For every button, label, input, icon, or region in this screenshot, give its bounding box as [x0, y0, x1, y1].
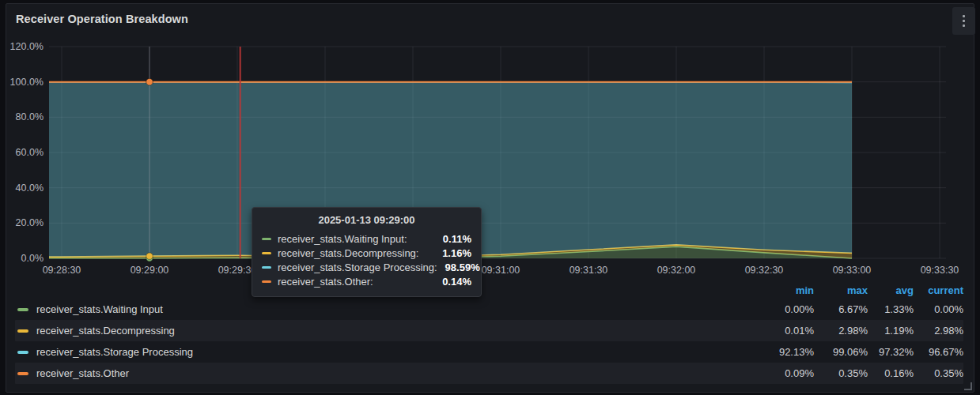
legend-stat-value: 1.19% [868, 325, 914, 337]
tooltip-row: receiver_stats.Other:0.14% [262, 274, 471, 288]
tooltip-row: receiver_stats.Waiting Input:0.11% [262, 231, 471, 246]
hover-point-other [146, 78, 153, 85]
legend-stat-value: 0.16% [868, 367, 914, 379]
x-axis-tick-label: 09:29:00 [131, 265, 169, 276]
legend-series-name: receiver_stats.Other [36, 367, 129, 379]
x-axis-tick-label: 09:32:30 [745, 265, 784, 276]
tooltip-series-value: 1.16% [442, 247, 471, 259]
x-axis-tick-label: 09:32:00 [657, 265, 696, 276]
hover-point-decompressing [146, 253, 153, 259]
legend-series-name: receiver_stats.Decompressing [36, 325, 175, 337]
legend-stat-value: 0.00% [914, 303, 963, 315]
y-axis-tick-label: 20.0% [16, 217, 44, 228]
legend-stat-value: 6.67% [814, 303, 868, 315]
legend-series-name: receiver_stats.Storage Processing [36, 346, 193, 358]
tooltip-series-label: receiver_stats.Decompressing: [278, 247, 434, 259]
legend-stat-value: 0.09% [759, 367, 814, 379]
legend-table: minmaxavgcurrent receiver_stats.Waiting … [15, 282, 963, 384]
grafana-panel-stage: Receiver Operation Breakdown 0.0%20.0%40… [0, 0, 980, 395]
legend-series-toggle[interactable]: receiver_stats.Storage Processing [15, 346, 759, 358]
tooltip-series-label: receiver_stats.Waiting Input: [278, 233, 435, 245]
legend-header-cells: minmaxavgcurrent [759, 284, 963, 296]
legend-stat-value: 0.00% [759, 303, 814, 315]
legend-row: receiver_stats.Waiting Input0.00%6.67%1.… [15, 299, 963, 320]
legend-sort-header-max[interactable]: max [814, 284, 868, 296]
tooltip-series-label: receiver_stats.Other: [278, 276, 434, 288]
legend-row: receiver_stats.Storage Processing92.13%9… [15, 341, 963, 363]
tooltip-row: receiver_stats.Storage Processing:98.59% [262, 260, 471, 274]
y-axis-tick-label: 100.0% [10, 77, 44, 88]
legend-rows: receiver_stats.Waiting Input0.00%6.67%1.… [15, 299, 963, 384]
x-axis-tick-label: 09:33:30 [921, 265, 959, 276]
tooltip-row: receiver_stats.Decompressing:1.16% [262, 246, 471, 260]
legend-series-toggle[interactable]: receiver_stats.Decompressing [15, 325, 759, 337]
x-axis-tick-label: 09:33:00 [833, 265, 872, 276]
series-color-swatch-icon [262, 252, 271, 254]
tooltip-series-value: 98.59% [445, 261, 480, 273]
y-axis-tick-label: 0.0% [21, 253, 44, 264]
timeseries-chart[interactable]: 0.0%20.0%40.0%60.0%80.0%100.0%120.0%09:2… [0, 0, 980, 281]
series-color-swatch-icon [17, 329, 28, 333]
legend-series-toggle[interactable]: receiver_stats.Other [15, 367, 759, 379]
x-axis-tick-label: 09:31:30 [569, 265, 608, 276]
legend-row: receiver_stats.Decompressing0.01%2.98%1.… [15, 320, 963, 341]
series-color-swatch-icon [17, 308, 28, 311]
legend-stat-value: 0.35% [914, 367, 963, 379]
legend-stat-value: 0.01% [759, 325, 814, 337]
legend-series-toggle[interactable]: receiver_stats.Waiting Input [15, 303, 759, 315]
legend-stat-value: 0.35% [814, 367, 868, 379]
tooltip-series-value: 0.11% [443, 233, 471, 245]
legend-header-row: minmaxavgcurrent [15, 282, 963, 299]
y-axis-tick-label: 40.0% [16, 182, 44, 194]
y-axis-tick-label: 120.0% [10, 41, 44, 52]
chart-tooltip: 2025-01-13 09:29:00 receiver_stats.Waiti… [252, 207, 482, 297]
tooltip-timestamp: 2025-01-13 09:29:00 [262, 214, 471, 226]
tooltip-rows: receiver_stats.Waiting Input:0.11%receiv… [262, 231, 471, 288]
series-color-swatch-icon [17, 351, 28, 354]
legend-stat-value: 2.98% [914, 325, 963, 337]
legend-stat-value: 96.67% [914, 346, 963, 358]
panel-resize-handle[interactable] [964, 382, 972, 390]
legend-series-name: receiver_stats.Waiting Input [36, 303, 163, 315]
legend-sort-header-min[interactable]: min [759, 284, 814, 296]
y-axis-tick-label: 60.0% [16, 147, 44, 158]
y-axis-tick-label: 80.0% [16, 111, 44, 122]
x-axis-tick-label: 09:31:00 [482, 265, 520, 276]
legend-row: receiver_stats.Other0.09%0.35%0.16%0.35% [15, 363, 963, 384]
legend-sort-header-current[interactable]: current [914, 284, 963, 296]
legend-stat-value: 1.33% [868, 303, 914, 315]
legend-stat-value: 97.32% [868, 346, 914, 358]
series-color-swatch-icon [262, 238, 271, 240]
legend-sort-header-avg[interactable]: avg [868, 284, 914, 296]
x-axis-tick-label: 09:28:30 [43, 265, 81, 276]
tooltip-series-value: 0.14% [442, 276, 471, 288]
legend-stat-value: 2.98% [814, 325, 868, 337]
series-color-swatch-icon [262, 266, 271, 269]
series-color-swatch-icon [262, 280, 271, 283]
legend-stat-value: 99.06% [814, 346, 868, 358]
series-color-swatch-icon [17, 372, 28, 375]
tooltip-series-label: receiver_stats.Storage Processing: [278, 261, 437, 273]
legend-stat-value: 92.13% [759, 346, 814, 358]
